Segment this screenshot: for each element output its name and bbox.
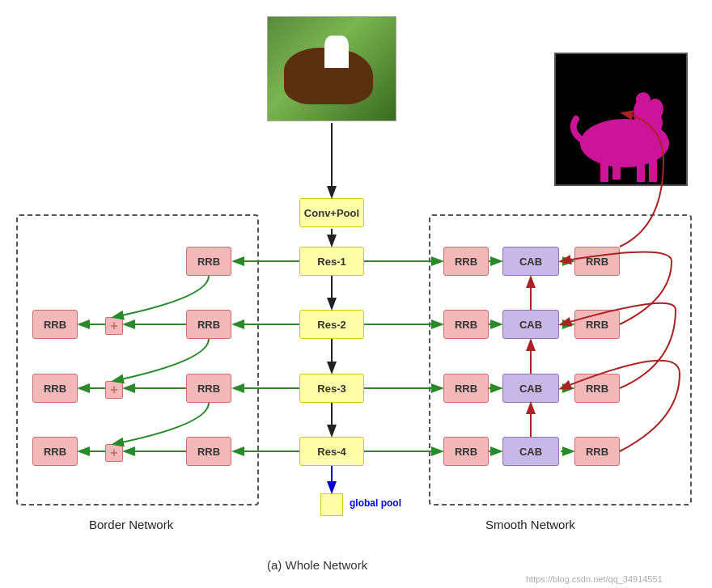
smooth-cab-3: CAB bbox=[502, 374, 559, 403]
smooth-rrb-left-1: RRB bbox=[443, 247, 489, 276]
svg-point-10 bbox=[636, 92, 651, 107]
border-network-label: Border Network bbox=[89, 518, 173, 531]
smooth-rrb-right-1: RRB bbox=[574, 247, 620, 276]
res1-block: Res-1 bbox=[299, 247, 364, 276]
smooth-cab-4: CAB bbox=[502, 437, 559, 466]
smooth-network-label: Smooth Network bbox=[485, 518, 575, 531]
svg-rect-6 bbox=[649, 159, 657, 182]
border-rrb-right-4: RRB bbox=[186, 437, 231, 466]
diagram-container: Conv+Pool Res-1 Res-2 Res-3 Res-4 global… bbox=[0, 0, 712, 588]
smooth-cab-2: CAB bbox=[502, 310, 559, 339]
border-plus-2: + bbox=[105, 317, 123, 335]
smooth-rrb-right-3: RRB bbox=[574, 374, 620, 403]
svg-rect-4 bbox=[612, 159, 621, 180]
diagram-caption: (a) Whole Network bbox=[267, 558, 367, 572]
segmentation-result bbox=[554, 53, 688, 186]
svg-rect-5 bbox=[637, 158, 645, 182]
border-rrb-right-3: RRB bbox=[186, 374, 231, 403]
global-pool-box bbox=[320, 493, 343, 516]
border-rrb-right-2: RRB bbox=[186, 310, 231, 339]
border-plus-3: + bbox=[105, 381, 123, 399]
input-image bbox=[267, 16, 396, 121]
smooth-cab-1: CAB bbox=[502, 247, 559, 276]
res4-block: Res-4 bbox=[299, 437, 364, 466]
smooth-rrb-right-4: RRB bbox=[574, 437, 620, 466]
global-pool-label: global pool bbox=[350, 497, 401, 509]
res3-block: Res-3 bbox=[299, 374, 364, 403]
watermark: https://blog.csdn.net/qq_34914551 bbox=[526, 574, 663, 584]
conv-pool-block: Conv+Pool bbox=[299, 198, 364, 227]
smooth-rrb-right-2: RRB bbox=[574, 310, 620, 339]
border-rrb-right-1: RRB bbox=[186, 247, 231, 276]
border-rrb-left-3: RRB bbox=[32, 374, 78, 403]
smooth-rrb-left-2: RRB bbox=[443, 310, 489, 339]
border-rrb-left-4: RRB bbox=[32, 437, 78, 466]
svg-rect-3 bbox=[600, 159, 608, 182]
smooth-rrb-left-3: RRB bbox=[443, 374, 489, 403]
smooth-rrb-left-4: RRB bbox=[443, 437, 489, 466]
border-rrb-left-2: RRB bbox=[32, 310, 78, 339]
border-plus-4: + bbox=[105, 444, 123, 462]
res2-block: Res-2 bbox=[299, 310, 364, 339]
